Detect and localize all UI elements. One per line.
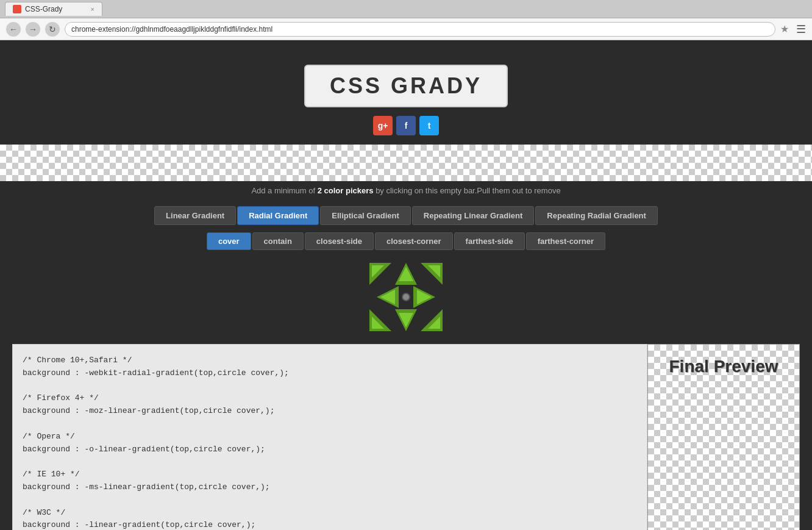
arrow-row-bottom — [369, 309, 443, 332]
app-title: CSS GRADY — [304, 65, 508, 107]
final-preview-label: Final Preview — [669, 357, 778, 376]
tab-title: CSS-Grady — [25, 5, 62, 13]
code-preview-section: /* Chrome 10+,Safari */ background : -we… — [12, 344, 800, 530]
browser-titlebar: CSS-Grady × — [0, 0, 812, 18]
bookmark-icon[interactable]: ★ — [780, 23, 789, 35]
size-tab-farthest-side[interactable]: farthest-side — [454, 232, 525, 250]
final-preview-panel: Final Preview — [647, 344, 800, 530]
arrow-bottom-right-button[interactable] — [420, 309, 443, 332]
google-plus-button[interactable]: g+ — [373, 116, 393, 135]
tab-repeating-linear-gradient[interactable]: Repeating Linear Gradient — [412, 206, 535, 225]
direction-control — [0, 256, 812, 344]
tab-favicon — [13, 5, 21, 13]
hint-highlight: 2 color pickers — [318, 186, 374, 195]
arrow-bottom-button[interactable] — [394, 309, 418, 332]
app-header: CSS GRADY g+ f t — [0, 52, 812, 145]
hint-suffix: by clicking on this empty bar.Pull them … — [374, 186, 561, 195]
menu-icon[interactable]: ☰ — [796, 23, 806, 36]
back-button[interactable]: ← — [6, 22, 21, 37]
tab-repeating-radial-gradient[interactable]: Repeating Radial Gradient — [535, 206, 658, 225]
browser-controls: ← → ↻ ★ ☰ — [0, 18, 812, 40]
social-icons: g+ f t — [0, 116, 812, 135]
arrow-top-left-button[interactable] — [369, 262, 392, 285]
tab-linear-gradient[interactable]: Linear Gradient — [154, 206, 236, 225]
arrow-right-button[interactable] — [413, 285, 436, 309]
arrow-left-button[interactable] — [376, 285, 399, 309]
size-tab-farthest-corner[interactable]: farthest-corner — [526, 232, 605, 250]
arrow-row-middle — [376, 285, 436, 309]
browser-chrome: CSS-Grady × ← → ↻ ★ ☰ — [0, 0, 812, 40]
facebook-button[interactable]: f — [396, 116, 416, 135]
browser-tab[interactable]: CSS-Grady × — [5, 2, 102, 16]
css-code-area[interactable]: /* Chrome 10+,Safari */ background : -we… — [12, 344, 647, 530]
reload-button[interactable]: ↻ — [45, 22, 60, 37]
arrow-top-right-button[interactable] — [420, 262, 443, 285]
hint-text: Add a minimum of 2 color pickers by clic… — [0, 181, 812, 200]
size-tabs: cover contain closest-side closest-corne… — [0, 230, 812, 256]
app-container: CSS GRADY g+ f t Add a minimum of 2 colo… — [0, 40, 812, 530]
arrow-top-button[interactable] — [394, 262, 418, 285]
size-tab-closest-side[interactable]: closest-side — [305, 232, 374, 250]
forward-button[interactable]: → — [26, 22, 40, 37]
tab-elliptical-gradient[interactable]: Elliptical Gradient — [320, 206, 411, 225]
arrow-bottom-left-button[interactable] — [369, 309, 392, 332]
address-bar[interactable] — [65, 22, 775, 37]
hint-prefix: Add a minimum of — [251, 186, 317, 195]
size-tab-closest-corner[interactable]: closest-corner — [375, 232, 453, 250]
tab-close-button[interactable]: × — [91, 5, 94, 13]
gradient-preview-bar[interactable] — [0, 145, 812, 181]
twitter-button[interactable]: t — [419, 116, 439, 135]
center-dot — [402, 293, 410, 301]
gradient-type-tabs: Linear Gradient Radial Gradient Elliptic… — [0, 200, 812, 230]
size-tab-contain[interactable]: contain — [252, 232, 304, 250]
arrow-row-top — [369, 262, 443, 285]
tab-radial-gradient[interactable]: Radial Gradient — [237, 206, 319, 225]
size-tab-cover[interactable]: cover — [207, 232, 251, 250]
